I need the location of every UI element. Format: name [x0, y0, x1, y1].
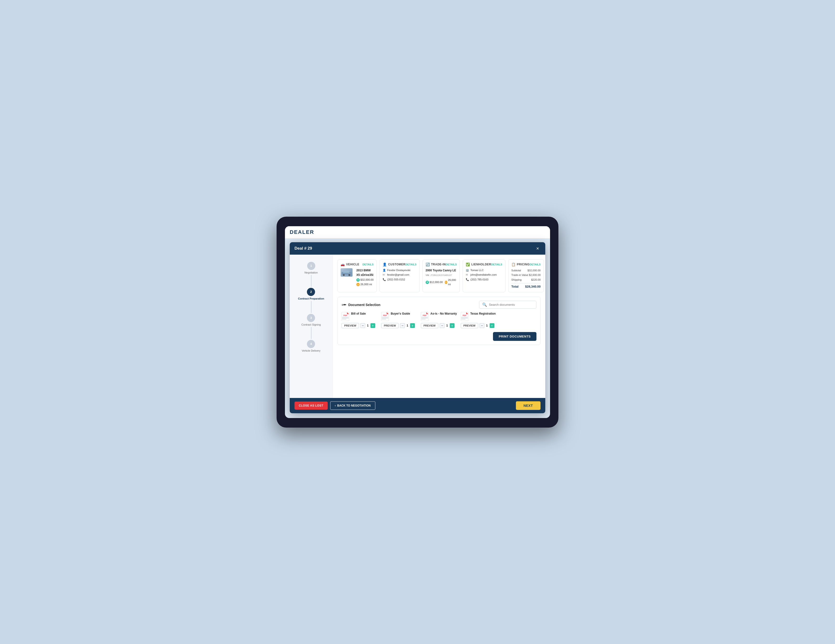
back-to-negotiation-button[interactable]: ‹ BACK TO NEGOTIATION [330, 401, 375, 410]
subtotal-label: Subtotal [512, 268, 521, 273]
doc-controls-3: PREVIEW − 1 + [461, 323, 494, 328]
doc-search-box[interactable]: 🔍 [479, 301, 536, 309]
close-as-lost-button[interactable]: CLOSE AS LOST [294, 402, 328, 410]
tradein-dollar-icon: $ [426, 281, 429, 284]
lienholder-card-header: ✅ Lienholder DETAILS [466, 262, 502, 266]
qty-value-3: 1 [486, 324, 488, 327]
pricing-details-link[interactable]: DETAILS [530, 263, 541, 266]
doc-search-input[interactable] [489, 303, 533, 306]
lienholder-email: john@westlakefin.com [470, 273, 497, 277]
print-documents-button[interactable]: PRINT DOCUMENTS [493, 332, 536, 341]
customer-card-header: 👤 Customer DETAILS [383, 262, 417, 266]
qty-minus-0[interactable]: − [361, 323, 365, 328]
preview-btn-3[interactable]: PREVIEW [461, 323, 478, 328]
tradein-card: 🔄 Trade-in DETAILS 2000 Toyota Camry LE … [422, 259, 460, 293]
stepper-sidebar: 1 Negotiation 2 Contract Preparation [290, 255, 333, 398]
qty-minus-2[interactable]: − [440, 323, 445, 328]
customer-details-link[interactable]: DETAILS [406, 263, 417, 266]
customer-card-body: 👤 Feodor Dostayevski ✉ feodor@gmail.com … [383, 268, 417, 282]
document-selection-section: ≡✏ Document Selection 🔍 [338, 297, 541, 345]
tradein-miles-icon: ◎ [445, 281, 447, 284]
lienholder-card-body: 🏢 Tomas LLC ✉ john@westlakefin.com 📞 [466, 268, 502, 282]
total-value: $28,340.00 [525, 284, 541, 289]
print-btn-row: PRINT DOCUMENTS [341, 332, 536, 341]
qty-minus-1[interactable]: − [400, 323, 405, 328]
vehicle-card-body: 2013 BMW X5 xDrive35i $ $32,000.00 ◎ [341, 268, 374, 287]
doc-controls-0: PREVIEW − 1 + [341, 323, 375, 328]
stepper-item-contract-sign[interactable]: 3 Contract Signing [301, 314, 321, 326]
vehicle-miles: 26,000 mi [361, 282, 372, 287]
customer-phone: (202) 555-0152 [387, 278, 405, 282]
pricing-shipping-row: Shipping $220.00 [512, 278, 541, 282]
person-icon: 👤 [383, 268, 386, 273]
pdf-icon-2: PDF [421, 312, 429, 321]
qty-plus-3[interactable]: + [490, 323, 494, 328]
modal-body: 1 Negotiation 2 Contract Preparation [290, 255, 545, 398]
pricing-card-header: 📋 Pricing DETAILS [512, 262, 541, 266]
vehicle-title-row: 🚗 Vehicle [341, 262, 359, 266]
tradein-price: $12,000.00 [430, 280, 443, 285]
lienholder-card-title: Lienholder [471, 263, 491, 266]
tradein-miles: 26,000 mi [448, 278, 457, 286]
email-icon: ✉ [383, 273, 386, 277]
next-button[interactable]: NEXT [516, 401, 541, 410]
tradein-card-title: Trade-in [431, 263, 446, 266]
doc-section-header: ≡✏ Document Selection 🔍 [341, 301, 536, 309]
vehicle-icon: 🚗 [341, 262, 344, 266]
dealer-logo: DEALER [290, 229, 314, 235]
customer-phone-row: 📞 (202) 555-0152 [383, 278, 417, 282]
stepper-circle-3: 3 [307, 314, 315, 322]
vin-label: VIN [426, 273, 429, 277]
pdf-icon-0: PDF [341, 312, 349, 321]
dollar-icon: $ [356, 278, 360, 281]
pricing-title-row: 📋 Pricing [512, 262, 530, 266]
stepper-item-vehicle-delivery[interactable]: 4 Vehicle Delivery [302, 340, 320, 352]
vehicle-card-title: Vehicle [346, 263, 359, 266]
vehicle-details-link[interactable]: DETAILS [362, 263, 374, 266]
preview-btn-2[interactable]: PREVIEW [421, 323, 438, 328]
tradein-vin: JT2BG22K3Y0485107 [430, 273, 452, 277]
modal-footer: CLOSE AS LOST ‹ BACK TO NEGOTIATION NEXT [290, 398, 545, 413]
tradein-value: $2,600.00 [529, 273, 541, 277]
lienholder-phone: (202) 785-0163 [470, 278, 488, 282]
tradein-value-label: Trade-in Value [512, 273, 528, 277]
lienholder-email-row: ✉ john@westlakefin.com [466, 273, 502, 277]
tradein-details-link[interactable]: DETAILS [446, 263, 456, 266]
qty-plus-0[interactable]: + [370, 323, 375, 328]
modal-close-button[interactable]: × [535, 246, 541, 251]
stepper-label-4: Vehicle Delivery [302, 349, 320, 352]
vehicle-card: 🚗 Vehicle DETAILS [338, 259, 377, 293]
qty-plus-2[interactable]: + [450, 323, 455, 328]
tradein-miles-badge: ◎ 26,000 mi [445, 278, 457, 286]
tradein-card-header: 🔄 Trade-in DETAILS [426, 262, 457, 266]
vehicle-price-badge: $ $32,000.00 [356, 278, 374, 282]
preview-btn-1[interactable]: PREVIEW [381, 323, 399, 328]
pdf-icon-3: PDF [461, 312, 468, 321]
qty-minus-3[interactable]: − [479, 323, 484, 328]
top-bar: DEALER [285, 226, 550, 239]
lienholder-title-row: ✅ Lienholder [466, 262, 491, 266]
lienholder-details-link[interactable]: DETAILS [491, 263, 502, 266]
pricing-card: 📋 Pricing DETAILS Subtotal [508, 259, 544, 293]
shipping-value: $220.00 [531, 278, 541, 282]
pricing-card-title: Pricing [517, 263, 530, 266]
company-icon: 🏢 [466, 268, 469, 273]
modal-title: Deal # 29 [294, 246, 312, 251]
qty-value-1: 1 [406, 324, 409, 327]
stepper-connector-2-3 [311, 301, 312, 313]
modal-header: Deal # 29 × [290, 242, 545, 255]
stepper-item-negotiation[interactable]: 1 Negotiation [305, 262, 318, 274]
svg-point-4 [343, 275, 344, 275]
vehicle-miles-badge: ◎ 26,000 mi [356, 282, 372, 287]
svg-rect-1 [343, 270, 349, 273]
stepper-connector-1-2 [311, 275, 312, 287]
miles-icon: ◎ [356, 283, 360, 286]
qty-plus-1[interactable]: + [410, 323, 415, 328]
doc-card-top-2: PDF As-is - No Warranty [421, 312, 457, 321]
preview-btn-0[interactable]: PREVIEW [341, 323, 359, 328]
main-content: 🚗 Vehicle DETAILS [333, 255, 545, 398]
stepper-item-contract-prep[interactable]: 2 Contract Preparation [298, 288, 324, 300]
vehicle-name: 2013 BMW X5 xDrive35i [356, 268, 374, 277]
customer-email-row: ✉ feodor@gmail.com [383, 273, 417, 277]
stepper-circle-1: 1 [307, 262, 315, 270]
